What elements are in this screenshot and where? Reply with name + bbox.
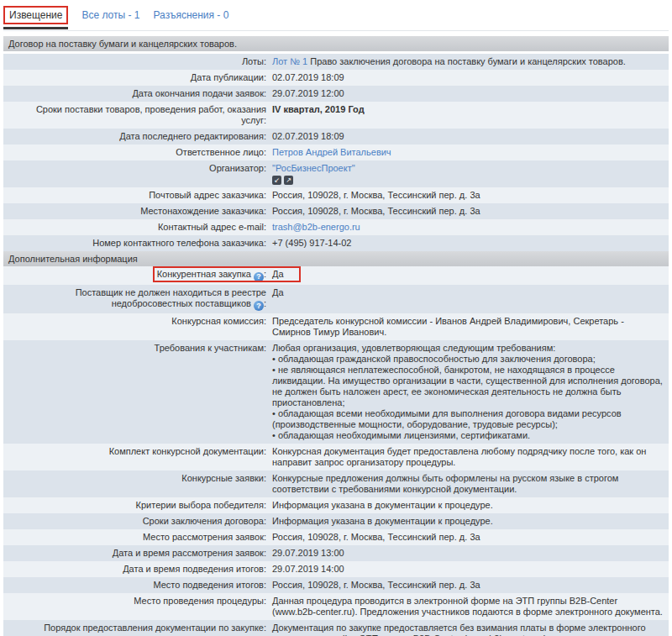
row-value: Информация указана в документации к проц… xyxy=(270,497,669,513)
arrow-up-right-icon[interactable]: ↗ xyxy=(284,176,293,185)
row-label: Место рассмотрения заявок: xyxy=(3,529,270,545)
row-documentation-kit: Комплект конкурсной документации: Конкур… xyxy=(3,444,669,470)
row-value: Россия, 109028, г. Москва, Тессинский пе… xyxy=(270,529,669,545)
row-label: Дата публикации: xyxy=(3,70,270,86)
row-results-datetime: Дата и время подведения итогов: 29.07.20… xyxy=(3,561,669,577)
lot-1-link[interactable]: Лот № 1 xyxy=(272,56,307,66)
row-docs-provision-order: Порядок предоставления документации по з… xyxy=(3,620,669,636)
row-value: 29.07.2019 13:00 xyxy=(270,545,669,561)
email-link[interactable]: trash@b2b-energo.ru xyxy=(272,222,360,232)
row-label: Дата и время подведения итогов: xyxy=(3,561,270,577)
row-label: Почтовый адрес заказчика: xyxy=(3,187,270,203)
row-label: Дата последнего редактирования: xyxy=(3,129,270,145)
row-value: Председатель конкурсной комиссии - Ивано… xyxy=(270,313,669,340)
row-value: +7 (495) 917-14-02 xyxy=(270,235,669,251)
row-label: Комплект конкурсной документации: xyxy=(3,444,270,470)
section-title: Дополнительная информация xyxy=(8,254,138,264)
row-value: Россия, 109028, г. Москва, Тессинский пе… xyxy=(270,187,669,203)
row-value: Лот № 1 Право заключения договора на пос… xyxy=(270,54,669,70)
procedure-title-bar: Договор на поставку бумаги и канцелярски… xyxy=(3,36,669,51)
row-value: Любая организация, удовлетворяющая следу… xyxy=(270,340,669,444)
row-value: Россия, 109028, г. Москва, Тессинский пе… xyxy=(270,577,669,593)
row-label: Сроки поставки товаров, проведения работ… xyxy=(3,102,270,129)
responsible-person-link[interactable]: Петров Андрей Витальевич xyxy=(272,147,391,157)
requirement-item: обладающая необходимыми лицензиями, серт… xyxy=(272,430,664,441)
help-icon[interactable]: ? xyxy=(254,301,264,311)
row-label: Место проведения процедуры: xyxy=(3,593,270,620)
tab-bar: Извещение Все лоты - 1 Разъяснения - 0 xyxy=(3,3,669,31)
row-procedure-place: Место проведения процедуры: Данная проце… xyxy=(3,593,669,620)
row-label: Требования к участникам: xyxy=(3,340,270,444)
tab-all-lots[interactable]: Все лоты - 1 xyxy=(81,9,139,21)
requirements-intro: Любая организация, удовлетворяющая следу… xyxy=(272,343,664,354)
row-bid-deadline: Дата окончания подачи заявок: 29.07.2019… xyxy=(3,86,669,102)
row-label: Конкурсная комиссия: xyxy=(3,313,270,340)
row-value: IV квартал, 2019 Год xyxy=(270,102,669,129)
organizer-link[interactable]: "РосБизнесПроект" xyxy=(272,163,355,173)
row-tender-bids: Конкурсные заявки: Конкурсные предложени… xyxy=(3,470,669,497)
row-participant-requirements: Требования к участникам: Любая организац… xyxy=(3,340,669,444)
row-value: Да xyxy=(270,285,669,314)
row-label: Лоты: xyxy=(3,54,270,70)
row-responsible-person: Ответственное лицо: Петров Андрей Виталь… xyxy=(3,145,669,160)
section-additional-info: Дополнительная информация xyxy=(3,251,669,266)
row-lots: Лоты: Лот № 1 Право заключения договора … xyxy=(3,54,669,70)
row-organizer: Организатор: "РосБизнесПроект" ↙ ↗ xyxy=(3,160,669,187)
organizer-actions: ↙ ↗ xyxy=(272,176,664,185)
row-label: Ответственное лицо: xyxy=(3,145,270,160)
row-label: Порядок предоставления документации по з… xyxy=(3,620,270,636)
row-label: Местонахождение заказчика: xyxy=(3,203,270,219)
procurement-notice-page: Извещение Все лоты - 1 Разъяснения - 0 Д… xyxy=(0,0,672,636)
row-delivery-terms: Сроки поставки товаров, проведения работ… xyxy=(3,102,669,129)
help-icon[interactable]: ? xyxy=(254,272,264,282)
row-label: Сроки заключения договора: xyxy=(3,513,270,529)
row-last-edit: Дата последнего редактирования: 02.07.20… xyxy=(3,129,669,145)
row-value: 02.07.2019 18:09 xyxy=(270,129,669,145)
row-customer-location: Местонахождение заказчика: Россия, 10902… xyxy=(3,203,669,219)
row-results-place: Место подведения итогов: Россия, 109028,… xyxy=(3,577,669,593)
row-label: Контактный адрес e-mail: xyxy=(3,219,270,235)
row-label: Дата окончания подачи заявок: xyxy=(3,86,270,102)
row-label: Критерии выбора победителя: xyxy=(3,497,270,513)
tab-clarifications[interactable]: Разъяснения - 0 xyxy=(154,9,229,21)
requirement-item: обладающая всеми необходимыми для выполн… xyxy=(272,408,664,430)
row-contact-phone: Номер контактного телефона заказчика: +7… xyxy=(3,235,669,251)
row-value: 29.07.2019 14:00 xyxy=(270,561,669,577)
row-label: Конкурентная закупка ?: xyxy=(3,266,270,285)
row-competitive-purchase: Конкурентная закупка ?: Да xyxy=(3,266,669,285)
row-review-datetime: Дата и время рассмотрения заявок: 29.07.… xyxy=(3,545,669,561)
row-winner-criteria: Критерии выбора победителя: Информация у… xyxy=(3,497,669,513)
row-value: Документация по закупке предоставляется … xyxy=(270,620,669,636)
row-publication-date: Дата публикации: 02.07.2019 18:09 xyxy=(3,70,669,86)
row-label: Дата и время рассмотрения заявок: xyxy=(3,545,270,561)
row-label: Номер контактного телефона заказчика: xyxy=(3,235,270,251)
procedure-title: Договор на поставку бумаги и канцелярски… xyxy=(8,39,237,49)
row-review-place: Место рассмотрения заявок: Россия, 10902… xyxy=(3,529,669,545)
row-label: Конкурсные заявки: xyxy=(3,470,270,497)
row-value: 29.07.2019 12:00 xyxy=(270,86,669,102)
row-value: Информация указана в документации к проц… xyxy=(270,513,669,529)
row-value: Россия, 109028, г. Москва, Тессинский пе… xyxy=(270,203,669,219)
tab-notice-label: Извещение xyxy=(9,9,62,21)
row-label: Место подведения итогов: xyxy=(3,577,270,593)
row-label: Организатор: xyxy=(3,160,270,187)
row-label: Поставщик не должен находиться в реестре… xyxy=(3,285,270,314)
row-value: Конкурсная документация будет предоставл… xyxy=(270,444,669,470)
row-supplier-register: Поставщик не должен находиться в реестре… xyxy=(3,285,669,314)
requirement-item: обладающая гражданской правоспособностью… xyxy=(272,354,664,365)
row-value: 02.07.2019 18:09 xyxy=(270,70,669,86)
row-value: Да xyxy=(270,266,669,285)
row-contact-email: Контактный адрес e-mail: trash@b2b-energ… xyxy=(3,219,669,235)
row-postal-address: Почтовый адрес заказчика: Россия, 109028… xyxy=(3,187,669,203)
row-contract-terms: Сроки заключения договора: Информация ук… xyxy=(3,513,669,529)
lot-1-text: Право заключения договора на поставку бу… xyxy=(310,56,626,66)
tab-notice[interactable]: Извещение xyxy=(3,6,68,24)
arrow-down-left-icon[interactable]: ↙ xyxy=(272,176,281,185)
requirement-item: не являющаяся неплатежеспособной, банкро… xyxy=(272,365,664,408)
row-value: Конкурсные предложения должны быть оформ… xyxy=(270,470,669,497)
row-commission: Конкурсная комиссия: Председатель конкур… xyxy=(3,313,669,340)
row-value: Данная процедура проводится в электронно… xyxy=(270,593,669,620)
